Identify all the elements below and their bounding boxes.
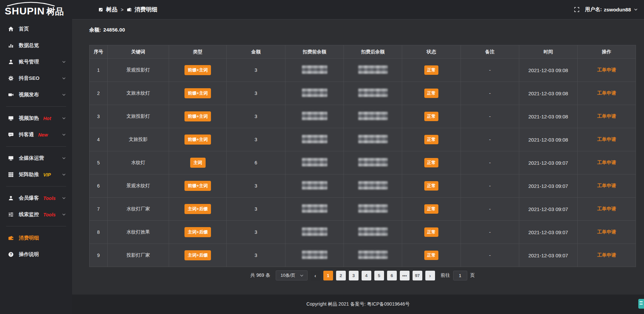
cell-action: 工单申请 [578,59,636,82]
cell-keyword: 投影灯厂家 [108,244,169,267]
breadcrumb-item-current[interactable]: 消费明细 [127,6,157,13]
column-header: 金额 [227,45,285,59]
masked-value [358,181,388,190]
app: SHUPIN 树品 首页数据总览账号管理抖音SEO视频发布视频加热Hot抖客通N… [0,0,644,314]
sidebar-item-label: 首页 [19,26,29,32]
balance-label: 余额: [89,27,101,33]
floating-widget[interactable] [638,299,644,309]
topbar-right: 用户名: zswodun88 [574,6,638,13]
work-order-link[interactable]: 工单申请 [597,113,616,119]
sidebar-item-label: 操作说明 [19,251,39,258]
sidebar-item-video[interactable]: 视频发布 [0,87,72,103]
cell-balance-after [344,221,402,244]
page-size-select[interactable]: 10条/页 [276,270,308,280]
cell-action: 工单申请 [578,128,636,151]
masked-value [302,89,327,97]
sidebar-item-member[interactable]: 会员爆客Tools [0,190,72,206]
column-header: 类型 [169,45,227,59]
cell-balance-after [344,198,402,221]
work-order-link[interactable]: 工单申请 [597,183,616,188]
sidebar-item-screen[interactable]: 全媒体运营 [0,150,72,166]
column-header: 操作 [578,45,636,59]
sidebar-item-badge: Tools [43,196,56,201]
chevron-down-icon [62,172,66,177]
cell-status: 正常 [402,174,461,198]
sidebar-item-label: 抖音SEO [19,75,40,82]
type-badge: 主词 [190,158,206,168]
cell-status: 正常 [402,198,461,221]
cell-time: 2021-12-03 09:08 [519,82,578,105]
member-icon [8,195,14,201]
masked-value [302,158,327,166]
cell-index: 5 [90,151,108,174]
prev-page-button[interactable]: ‹ [311,271,320,280]
page-button-6[interactable]: 6 [387,271,397,280]
table-header-row: 序号关键词类型金额扣费前余额扣费后余额状态备注时间操作 [90,45,636,59]
work-order-link[interactable]: 工单申请 [597,160,616,165]
work-order-link[interactable]: 工单申请 [597,137,616,142]
sidebar-item-user[interactable]: 账号管理 [0,54,72,70]
cell-keyword: 景观投影灯 [108,59,169,82]
goto-page-input[interactable] [453,271,467,280]
monitor-icon [8,115,14,121]
more-pages-button[interactable]: ••• [400,271,410,280]
cell-action: 工单申请 [578,151,636,174]
cell-type: 主词 [169,151,227,174]
balance-value: 24856.00 [103,27,125,33]
chevron-down-icon [62,60,66,64]
type-badge: 主词+后缀 [184,250,211,260]
page-button-1[interactable]: 1 [323,271,333,280]
page-button-2[interactable]: 2 [336,271,346,280]
page-button-5[interactable]: 5 [374,271,384,280]
cell-index: 4 [90,128,108,151]
masked-value [302,181,327,190]
sidebar-item-question[interactable]: ?操作说明 [0,246,72,263]
cell-type: 前缀+主词 [169,82,227,105]
cell-type: 主词+后缀 [169,244,227,267]
type-badge: 前缀+主词 [184,111,211,121]
cell-balance-before [285,82,344,105]
page-button-3[interactable]: 3 [349,271,359,280]
sidebar-item-monitor[interactable]: 视频加热Hot [0,110,72,126]
table-row: 1景观投影灯前缀+主词3正常-2021-12-03 09:08工单申请 [90,59,636,82]
sidebar-item-gear[interactable]: 抖音SEO [0,70,72,87]
page-button-97[interactable]: 97 [413,271,422,280]
table-row: 9投影灯厂家主词+后缀3正常-2021-12-03 09:07工单申请 [90,244,636,267]
cell-keyword: 水纹灯效果 [108,221,169,244]
status-badge: 正常 [424,158,438,167]
cell-time: 2021-12-03 09:08 [519,128,578,151]
fullscreen-icon[interactable] [574,7,580,12]
cell-type: 主词+后缀 [169,198,227,221]
work-order-link[interactable]: 工单申请 [597,206,616,211]
cell-index: 8 [90,221,108,244]
cell-keyword: 文旅投影灯 [108,105,169,128]
sidebar-item-sliders[interactable]: 线索监控Tools [0,206,72,223]
type-badge: 前缀+主词 [184,181,211,191]
chevron-down-icon [62,156,66,160]
user-menu[interactable]: 用户名: zswodun88 [585,6,638,13]
work-order-link[interactable]: 工单申请 [597,90,616,96]
sidebar-item-home[interactable]: 首页 [0,21,72,37]
cell-amount: 3 [227,221,285,244]
breadcrumb-item-home[interactable]: 树品 [98,6,117,13]
username-label: 用户名: [585,6,602,13]
balance-row: 余额:24856.00 [89,27,636,33]
work-order-link[interactable]: 工单申请 [597,67,616,72]
sidebar-item-chart[interactable]: 数据总览 [0,37,72,54]
status-badge: 正常 [424,65,438,75]
sidebar-item-grid[interactable]: 矩阵助推VIP [0,166,72,183]
wallet-icon [8,235,14,241]
sidebar-item-label: 账号管理 [19,59,39,65]
next-page-button[interactable]: › [425,271,435,280]
chevron-down-icon [62,133,66,137]
page-size-value: 10条/页 [281,272,296,278]
chevron-down-icon [300,273,304,278]
sliders-icon [8,212,14,218]
sidebar-item-wallet[interactable]: 消费明细 [0,230,72,246]
page-icon [98,7,103,12]
work-order-link[interactable]: 工单申请 [597,229,616,234]
sidebar-item-chat[interactable]: 抖客通New [0,126,72,143]
page-button-4[interactable]: 4 [362,271,371,280]
cell-type: 前缀+主词 [169,174,227,198]
work-order-link[interactable]: 工单申请 [597,252,616,258]
